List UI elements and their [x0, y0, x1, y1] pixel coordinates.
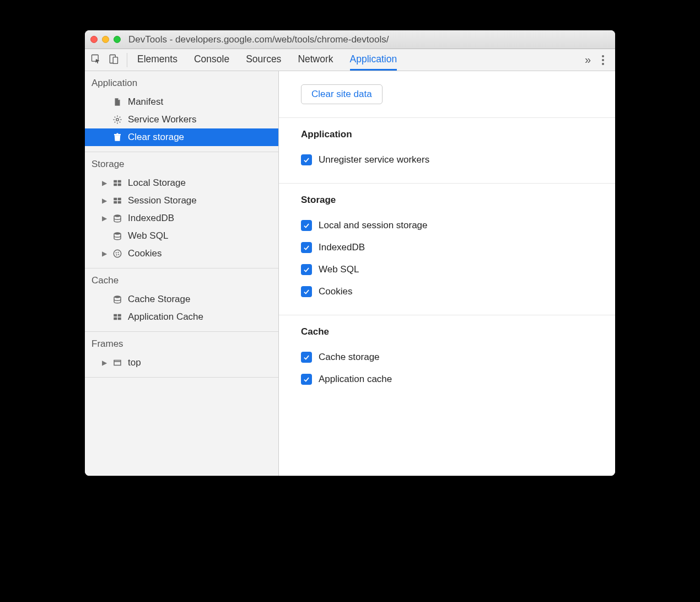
checkbox-label: Cookies [319, 286, 352, 297]
sidebar-item-clear-storage[interactable]: ▶Clear storage [85, 128, 278, 146]
checkbox[interactable] [301, 242, 312, 253]
svg-rect-11 [118, 198, 121, 201]
sidebar-group-storage: Storage [85, 152, 278, 174]
sidebar-group-application: Application [85, 71, 278, 93]
checkbox[interactable] [301, 154, 312, 165]
section-cache: CacheCache storageApplication cache [279, 315, 615, 402]
svg-point-14 [114, 214, 121, 217]
svg-rect-24 [114, 318, 117, 320]
svg-rect-26 [114, 361, 121, 366]
svg-point-18 [117, 252, 119, 253]
svg-rect-10 [114, 198, 117, 201]
tab-sources[interactable]: Sources [246, 49, 281, 71]
svg-point-17 [116, 252, 117, 253]
svg-rect-13 [118, 201, 121, 204]
disclosure-triangle-icon[interactable]: ▶ [101, 179, 107, 187]
application-sidebar: Application▶Manifest▶Service Workers▶Cle… [85, 71, 279, 476]
sidebar-item-label: Session Storage [128, 195, 197, 206]
devtools-tabbar: ElementsConsoleSourcesNetworkApplication… [85, 49, 615, 71]
svg-point-3 [116, 119, 119, 121]
file-icon [112, 97, 122, 107]
checkbox-label: Unregister service workers [319, 154, 429, 165]
zoom-window-button[interactable] [114, 36, 121, 43]
checkbox[interactable] [301, 264, 312, 275]
sidebar-item-session-storage[interactable]: ▶Session Storage [85, 192, 278, 209]
table-icon [112, 312, 122, 322]
sidebar-item-cookies[interactable]: ▶Cookies [85, 245, 278, 262]
disclosure-triangle-icon[interactable]: ▶ [101, 250, 107, 257]
checkbox-row-cache-storage: Cache storage [301, 346, 593, 368]
checkbox-row-local-and-session-storage: Local and session storage [301, 214, 593, 237]
svg-rect-22 [114, 314, 117, 317]
checkbox[interactable] [301, 286, 312, 297]
disclosure-triangle-icon[interactable]: ▶ [101, 359, 107, 367]
sidebar-item-service-workers[interactable]: ▶Service Workers [85, 111, 278, 128]
checkbox-label: Application cache [319, 374, 392, 385]
tab-network[interactable]: Network [298, 49, 333, 71]
sidebar-item-manifest[interactable]: ▶Manifest [85, 93, 278, 111]
sidebar-item-cache-storage[interactable]: ▶Cache Storage [85, 291, 278, 308]
disclosure-triangle-icon[interactable]: ▶ [101, 214, 107, 222]
checkbox-label: IndexedDB [319, 242, 365, 253]
checkbox[interactable] [301, 352, 312, 363]
section-title: Application [301, 129, 593, 140]
checkbox[interactable] [301, 374, 312, 385]
titlebar: DevTools - developers.google.com/web/too… [85, 30, 615, 49]
sidebar-item-local-storage[interactable]: ▶Local Storage [85, 174, 278, 192]
sidebar-item-label: Local Storage [128, 178, 186, 189]
sidebar-group-cache: Cache [85, 268, 278, 291]
database-icon [112, 213, 122, 223]
minimize-window-button[interactable] [102, 36, 109, 43]
svg-point-15 [114, 232, 121, 235]
sidebar-item-label: Cookies [128, 248, 161, 259]
svg-rect-8 [114, 184, 117, 186]
devtools-window: DevTools - developers.google.com/web/too… [85, 30, 615, 476]
trash-icon [112, 132, 122, 142]
window-title: DevTools - developers.google.com/web/too… [128, 34, 389, 45]
sidebar-item-top[interactable]: ▶top [85, 354, 278, 372]
svg-rect-6 [114, 180, 117, 183]
tab-elements[interactable]: Elements [137, 49, 177, 71]
checkbox-label: Cache storage [319, 352, 380, 363]
inspect-icon[interactable] [90, 53, 101, 67]
close-window-button[interactable] [90, 36, 98, 43]
checkbox-label: Web SQL [319, 264, 359, 275]
sidebar-group-frames: Frames [85, 332, 278, 354]
kebab-menu-icon[interactable] [596, 53, 610, 67]
svg-point-21 [114, 295, 121, 298]
svg-point-19 [116, 254, 117, 255]
checkbox-row-cookies: Cookies [301, 281, 593, 303]
sidebar-item-label: Clear storage [128, 132, 184, 143]
sidebar-item-label: IndexedDB [128, 213, 174, 224]
section-title: Cache [301, 326, 593, 337]
table-icon [112, 178, 122, 188]
sidebar-item-application-cache[interactable]: ▶Application Cache [85, 308, 278, 326]
traffic-lights [90, 36, 121, 43]
svg-point-16 [114, 250, 121, 257]
cookie-icon [112, 249, 122, 259]
svg-rect-2 [113, 57, 117, 63]
checkbox-row-indexeddb: IndexedDB [301, 237, 593, 259]
svg-rect-25 [118, 318, 121, 320]
checkbox[interactable] [301, 220, 312, 231]
disclosure-triangle-icon[interactable]: ▶ [101, 197, 107, 205]
tab-console[interactable]: Console [194, 49, 229, 71]
database-icon [112, 294, 122, 304]
sidebar-item-label: Service Workers [128, 114, 196, 125]
frame-icon [112, 358, 122, 368]
table-icon [112, 196, 122, 206]
sidebar-item-label: Cache Storage [128, 294, 190, 305]
sidebar-item-indexeddb[interactable]: ▶IndexedDB [85, 209, 278, 227]
more-tabs-icon[interactable]: » [579, 53, 596, 66]
device-toggle-icon[interactable] [108, 53, 119, 67]
checkbox-row-application-cache: Application cache [301, 368, 593, 390]
gear-icon [112, 115, 122, 125]
tab-application[interactable]: Application [350, 49, 397, 71]
clear-site-data-button[interactable]: Clear site data [301, 84, 383, 104]
checkbox-row-web-sql: Web SQL [301, 259, 593, 281]
svg-rect-7 [118, 180, 121, 183]
checkbox-row-unregister-service-workers: Unregister service workers [301, 149, 593, 171]
sidebar-item-web-sql[interactable]: ▶Web SQL [85, 227, 278, 245]
svg-rect-23 [118, 314, 121, 317]
section-title: Storage [301, 195, 593, 206]
